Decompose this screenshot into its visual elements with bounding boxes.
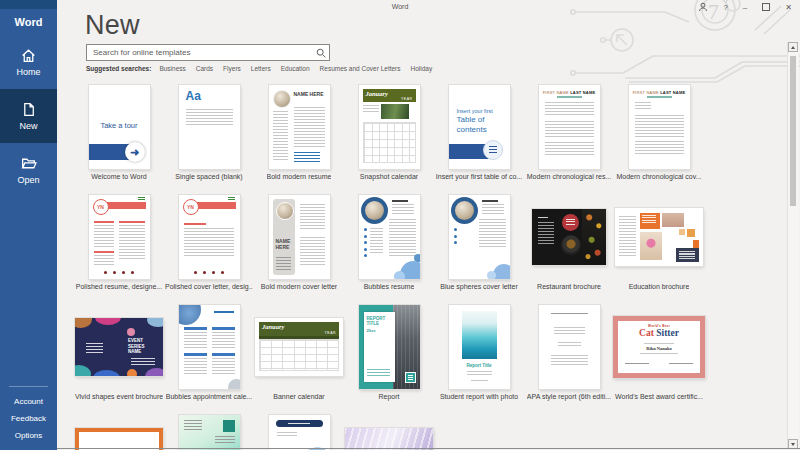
suggested-link-flyers[interactable]: Flyers: [223, 65, 241, 72]
text-lines: [635, 141, 684, 155]
suggested-link-letters[interactable]: Letters: [251, 65, 271, 72]
template-bold-modern-cover[interactable]: NAME HERE: [269, 195, 330, 279]
template-label: Polished cover letter, desig...: [165, 283, 253, 292]
close-icon[interactable]: ✕: [785, 3, 792, 12]
sidebar-item-label: Open: [17, 175, 39, 185]
event-title: EVENT SERIES NAME: [128, 338, 155, 355]
suggested-link-resumes[interactable]: Resumes and Cover Letters: [320, 65, 401, 72]
template-cell: PARTYINVITATION: [344, 415, 434, 450]
template-cell: January YEAR Banner calendar: [254, 305, 344, 402]
template-modern-chronological-cover[interactable]: FIRST NAME LAST NAME: [629, 85, 690, 169]
template-label: Snapshot calendar: [360, 173, 418, 182]
vertical-scrollbar[interactable]: [787, 42, 799, 449]
circuit-decoration: 7: [565, 0, 800, 85]
sidebar-item-feedback[interactable]: Feedback: [0, 410, 57, 427]
suggested-link-cards[interactable]: Cards: [196, 65, 213, 72]
template-party-invitation[interactable]: PARTYINVITATION: [345, 428, 433, 450]
template-banner-calendar[interactable]: January YEAR: [255, 318, 343, 376]
red-circle-badge: [562, 214, 579, 231]
template-award-certificate[interactable]: World's Best Cat Sitter Riku Nanako: [613, 316, 705, 378]
template-blue-spheres-cover[interactable]: [449, 195, 510, 279]
sidebar-footer: Account Feedback Options: [0, 386, 57, 444]
list-circle-icon: [483, 140, 503, 160]
text-lines: [635, 102, 651, 111]
bullet-dots: [454, 228, 457, 244]
bubble-decoration: [394, 271, 405, 279]
template-bold-modern-resume[interactable]: NAME HERE: [269, 85, 330, 169]
template-cell: [254, 415, 344, 450]
shape-decoration: [95, 318, 121, 325]
template-label: Bold modern cover letter: [261, 283, 337, 292]
template-cell: YN Polished resume, designe...: [74, 195, 164, 292]
template-polished-cover-letter[interactable]: YN: [179, 195, 240, 279]
template-table-of-contents[interactable]: Insert your first Table of contents: [449, 85, 510, 169]
template-cell: Report Title Student report with photo: [434, 305, 524, 402]
template-label: Student report with photo: [440, 393, 518, 402]
template-green-invoice[interactable]: [179, 415, 240, 450]
template-label: Polished resume, designe...: [76, 283, 162, 292]
search-input[interactable]: [87, 45, 321, 60]
template-cell: Restaurant brochure: [524, 195, 614, 292]
template-snapshot-calendar[interactable]: January YEAR: [359, 85, 420, 169]
template-gallery: Take a tour ➜ Welcome to Word Aa Single …: [74, 85, 714, 450]
iceberg-photo: [462, 311, 497, 359]
bubble-decoration: [228, 379, 240, 389]
calendar-grid: [259, 339, 339, 371]
template-restaurant-brochure[interactable]: [532, 209, 606, 265]
template-cell: World's Best Cat Sitter Riku Nanako Worl…: [614, 305, 704, 402]
template-single-spaced[interactable]: Aa: [179, 85, 240, 169]
text-lines: [635, 115, 684, 137]
template-bubbles-appointment-calendar[interactable]: [179, 305, 240, 389]
text-lines: [551, 355, 588, 366]
texture-decoration: [345, 428, 433, 450]
portrait-photo: [455, 201, 474, 220]
report-title: Report Title: [449, 363, 510, 368]
take-a-tour-text: Take a tour: [89, 121, 150, 130]
template-blue-wave-document[interactable]: [269, 415, 330, 450]
month-text: January: [366, 90, 388, 97]
sidebar-item-home[interactable]: Home: [0, 35, 57, 89]
border-decoration: [75, 428, 117, 432]
scrollbar-thumb[interactable]: [790, 56, 796, 206]
signin-person-icon[interactable]: [698, 2, 708, 12]
suggested-link-business[interactable]: Business: [159, 65, 185, 72]
bubble-decoration: [487, 271, 496, 279]
help-icon[interactable]: ?: [723, 3, 727, 12]
template-bordered-certificate[interactable]: [75, 428, 163, 450]
text-lines: [300, 237, 325, 267]
month-text: January: [262, 323, 284, 330]
template-report[interactable]: REPORT TITLE 20xx: [359, 305, 420, 389]
template-label: Report: [378, 393, 399, 402]
sidebar-item-account[interactable]: Account: [0, 393, 57, 410]
name-placeholder: NAME HERE: [276, 239, 293, 251]
arrow-circle-icon: ➜: [125, 142, 145, 162]
template-apa-style-report[interactable]: [539, 305, 600, 389]
sidebar-item-open[interactable]: Open: [0, 143, 57, 197]
suggested-link-education[interactable]: Education: [281, 65, 310, 72]
template-vivid-shapes-brochure[interactable]: EVENT SERIES NAME: [75, 318, 163, 376]
maximize-icon[interactable]: [762, 3, 770, 11]
section-rule: [94, 221, 114, 223]
template-row-3: EVENT SERIES NAME Vivid shapes event bro…: [74, 305, 714, 402]
text-lines: [558, 342, 581, 348]
template-cell: NAME HERE Bold modern cover letter: [254, 195, 344, 292]
search-icon[interactable]: [316, 48, 326, 58]
shape-decoration: [93, 370, 120, 376]
sidebar-item-options[interactable]: Options: [0, 427, 57, 444]
sidebar-item-new[interactable]: New: [0, 89, 57, 143]
suggested-searches: Suggested searches:BusinessCardsFlyersLe…: [86, 65, 442, 72]
template-polished-resume[interactable]: YN: [89, 195, 150, 279]
template-welcome-to-word[interactable]: Take a tour ➜: [89, 85, 150, 169]
template-bubbles-resume[interactable]: [359, 195, 420, 279]
suggested-label: Suggested searches:: [86, 65, 151, 72]
sidebar-item-label: New: [19, 121, 37, 131]
footer-icons: [89, 271, 150, 274]
template-label: Single spaced (blank): [175, 173, 242, 182]
scroll-up-button[interactable]: [788, 42, 798, 52]
template-student-report[interactable]: Report Title: [449, 305, 510, 389]
text-lines: [467, 371, 492, 376]
minimize-icon[interactable]: –: [743, 3, 747, 12]
template-modern-chronological-resume[interactable]: FIRST NAME LAST NAME: [539, 85, 600, 169]
template-education-brochure[interactable]: [615, 208, 703, 266]
suggested-link-holiday[interactable]: Holiday: [411, 65, 433, 72]
